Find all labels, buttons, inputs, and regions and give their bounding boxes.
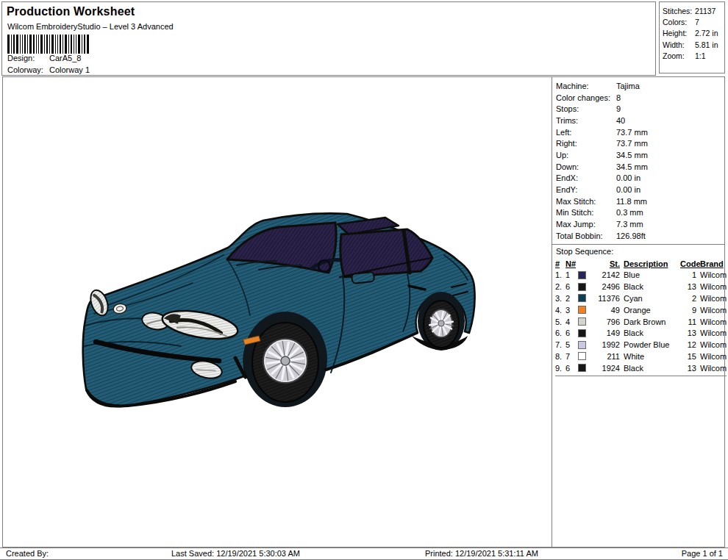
summary-row: Height: 2.72 in bbox=[663, 28, 724, 39]
machine-info-row: Down: 34.5 mm bbox=[556, 161, 724, 173]
machine-info-row: Total Bobbin: 126.98ft bbox=[556, 230, 724, 242]
machine-info-value: 34.5 mm bbox=[616, 162, 648, 171]
thread-description: Powder Blue bbox=[624, 340, 680, 349]
stop-number: 2. bbox=[555, 282, 565, 291]
thread-description: Orange bbox=[624, 306, 680, 315]
stop-sequence-row: 4. 3 49 Orange 9 Wilcom bbox=[555, 304, 724, 316]
thread-color-swatch bbox=[578, 352, 586, 360]
colorway-name: Colorway 1 bbox=[49, 65, 90, 74]
summary-value: 2.72 in bbox=[695, 29, 718, 37]
page-footer: Created By: Last Saved: 12/19/2021 5:30:… bbox=[0, 548, 728, 560]
thread-code: 9 bbox=[680, 306, 700, 315]
thread-code: 13 bbox=[680, 282, 700, 291]
machine-info-value: 0.00 in bbox=[616, 185, 640, 194]
side-windows bbox=[340, 229, 432, 277]
machine-info-list: Machine: Tajima Color changes: 8 Stops: … bbox=[552, 77, 724, 242]
rear-wheel bbox=[424, 301, 459, 348]
thread-brand: Wilcom bbox=[700, 270, 727, 279]
needle-number: 6 bbox=[565, 364, 578, 373]
thread-brand: Wilcom bbox=[700, 294, 727, 303]
machine-info-label: Stops: bbox=[556, 104, 616, 113]
thread-code: 1 bbox=[680, 270, 700, 279]
thread-color-swatch bbox=[578, 364, 586, 372]
thread-code: 2 bbox=[680, 294, 700, 303]
thread-color-swatch bbox=[578, 306, 586, 314]
machine-info-value: 73.7 mm bbox=[616, 139, 648, 148]
thread-code: 11 bbox=[680, 317, 700, 326]
stop-sequence-row: 2. 6 2496 Black 13 Wilcom bbox=[555, 281, 724, 292]
page-title: Production Worksheet bbox=[7, 5, 135, 18]
machine-info-label: Min Stitch: bbox=[556, 208, 616, 217]
machine-info-label: Max Stitch: bbox=[556, 197, 616, 206]
machine-info-row: Stops: 9 bbox=[556, 103, 724, 115]
thread-description: Black bbox=[624, 329, 680, 337]
thread-description: White bbox=[624, 352, 680, 361]
stitch-count: 1924 bbox=[591, 364, 624, 373]
thread-brand: Wilcom bbox=[700, 306, 727, 315]
stop-number: 4. bbox=[555, 306, 565, 315]
header-section: Production Worksheet Wilcom EmbroiderySt… bbox=[1, 1, 656, 76]
machine-info-value: 7.3 mm bbox=[616, 220, 643, 229]
design-row: Design: CarA5_8 bbox=[7, 54, 81, 62]
thread-code: 13 bbox=[680, 329, 700, 337]
barcode bbox=[7, 35, 91, 54]
needle-number: 6 bbox=[565, 282, 578, 291]
thread-description: Dark Brown bbox=[624, 317, 680, 326]
stitch-count: 796 bbox=[591, 317, 624, 326]
machine-info-label: EndX: bbox=[556, 173, 616, 182]
machine-info-value: Tajima bbox=[616, 82, 640, 90]
stop-sequence-row: 3. 2 11376 Cyan 2 Wilcom bbox=[555, 292, 724, 304]
summary-label: Colors: bbox=[663, 18, 695, 26]
machine-info-value: 34.5 mm bbox=[616, 151, 648, 159]
col-header-stitches: St. bbox=[591, 259, 624, 268]
summary-label: Height: bbox=[663, 29, 695, 37]
summary-value: 5.81 in bbox=[695, 40, 718, 49]
thread-description: Cyan bbox=[624, 294, 680, 303]
door-mirror bbox=[351, 272, 374, 284]
needle-number: 7 bbox=[565, 352, 578, 361]
machine-info-row: Max Jump: 7.3 mm bbox=[556, 218, 724, 230]
summary-value: 21137 bbox=[695, 7, 715, 15]
stitch-count: 1992 bbox=[591, 340, 624, 349]
thread-brand: Wilcom bbox=[700, 317, 727, 326]
summary-label: Stitches: bbox=[663, 7, 695, 15]
machine-info-label: EndY: bbox=[556, 185, 616, 194]
machine-info-value: 0.3 mm bbox=[616, 208, 643, 217]
thread-color-swatch bbox=[578, 283, 586, 291]
stitch-count: 2142 bbox=[591, 270, 624, 279]
col-header-brand: Brand bbox=[700, 259, 727, 268]
stitch-count: 49 bbox=[591, 306, 624, 315]
summary-label: Zoom: bbox=[663, 51, 695, 60]
machine-info-row: Max Stitch: 11.8 mm bbox=[556, 195, 724, 207]
design-label: Design: bbox=[7, 54, 49, 62]
machine-info-row: Machine: Tajima bbox=[556, 80, 724, 92]
software-name: Wilcom EmbroideryStudio – Level 3 Advanc… bbox=[7, 22, 174, 31]
design-summary-box: Stitches: 21137 Colors: 7 Height: 2.72 i… bbox=[659, 1, 725, 73]
stitch-count: 149 bbox=[591, 329, 624, 337]
machine-info-label: Left: bbox=[556, 128, 616, 137]
stitch-count: 2496 bbox=[591, 282, 624, 291]
thread-color-swatch bbox=[578, 294, 586, 302]
stop-number: 7. bbox=[555, 340, 565, 349]
stop-sequence-row: 8. 7 211 White 15 Wilcom bbox=[555, 351, 724, 362]
machine-info-label: Down: bbox=[556, 162, 616, 171]
colorway-row: Colorway: Colorway 1 bbox=[7, 65, 90, 74]
stop-number: 5. bbox=[555, 317, 565, 326]
machine-info-row: Color changes: 8 bbox=[556, 92, 724, 104]
machine-info-row: EndX: 0.00 in bbox=[556, 173, 724, 184]
stop-number: 8. bbox=[555, 352, 565, 361]
thread-brand: Wilcom bbox=[700, 340, 727, 349]
thread-color-swatch bbox=[578, 317, 586, 326]
machine-info-value: 9 bbox=[616, 104, 621, 113]
stop-sequence-row: 6. 6 149 Black 13 Wilcom bbox=[555, 327, 724, 339]
summary-row: Colors: 7 bbox=[663, 16, 724, 27]
printed-timestamp: Printed: 12/19/2021 5:31:11 AM bbox=[425, 549, 538, 558]
thread-description: Black bbox=[624, 282, 680, 291]
machine-info-row: EndY: 0.00 in bbox=[556, 184, 724, 195]
thread-brand: Wilcom bbox=[700, 352, 727, 361]
col-header-number: # bbox=[555, 259, 565, 268]
summary-value: 7 bbox=[695, 18, 699, 26]
summary-label: Width: bbox=[663, 40, 695, 49]
stop-number: 6. bbox=[555, 329, 565, 337]
stop-sequence-row: 5. 4 796 Dark Brown 11 Wilcom bbox=[555, 316, 724, 328]
